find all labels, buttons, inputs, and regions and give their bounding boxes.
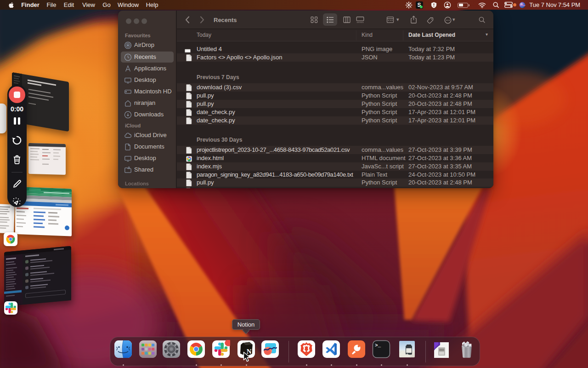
svg-text:>_: >_ (375, 343, 381, 348)
